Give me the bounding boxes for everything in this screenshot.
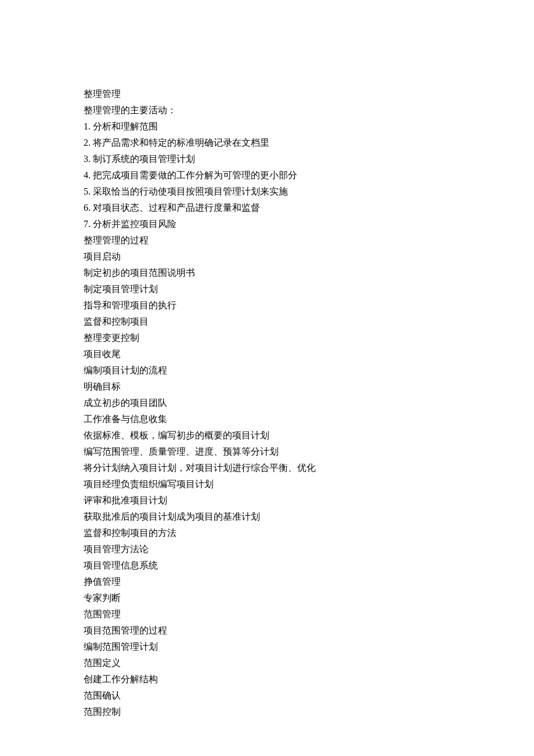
- text-line: 挣值管理: [84, 574, 455, 590]
- text-line: 项目经理负责组织编写项目计划: [84, 476, 455, 492]
- text-line: 项目管理信息系统: [84, 557, 455, 574]
- text-line: 编写范围管理、质量管理、进度、预算等分计划: [84, 444, 455, 460]
- text-line: 明确目标: [84, 379, 455, 395]
- text-line: 编制项目计划的流程: [84, 362, 455, 379]
- text-line: 5. 采取恰当的行动使项目按照项目管理计划来实施: [84, 183, 455, 200]
- text-line: 工作准备与信息收集: [84, 411, 455, 427]
- text-line: 获取批准后的项目计划成为项目的基准计划: [84, 509, 455, 525]
- text-line: 整理管理的主要活动：: [84, 102, 455, 118]
- text-line: 指导和管理项目的执行: [84, 297, 455, 314]
- text-line: 4. 把完成项目需要做的工作分解为可管理的更小部分: [84, 167, 455, 183]
- text-line: 2. 将产品需求和特定的标准明确记录在文档里: [84, 135, 455, 151]
- document-body: 整理管理 整理管理的主要活动： 1. 分析和理解范围 2. 将产品需求和特定的标…: [84, 86, 455, 720]
- text-line: 范围确认: [84, 687, 455, 704]
- text-line: 整理管理的过程: [84, 232, 455, 249]
- text-line: 成立初步的项目团队: [84, 395, 455, 411]
- text-line: 编制范围管理计划: [84, 639, 455, 655]
- text-line: 将分计划纳入项目计划，对项目计划进行综合平衡、优化: [84, 460, 455, 476]
- text-line: 6. 对项目状态、过程和产品进行度量和监督: [84, 200, 455, 216]
- text-line: 项目范围管理的过程: [84, 622, 455, 639]
- text-line: 监督和控制项目的方法: [84, 525, 455, 541]
- text-line: 监督和控制项目: [84, 314, 455, 330]
- text-line: 评审和批准项目计划: [84, 492, 455, 509]
- text-line: 制定初步的项目范围说明书: [84, 265, 455, 281]
- text-line: 项目收尾: [84, 346, 455, 362]
- text-line: 1. 分析和理解范围: [84, 118, 455, 135]
- text-line: 专家判断: [84, 590, 455, 606]
- text-line: 创建工作分解结构: [84, 671, 455, 687]
- text-line: 范围管理: [84, 606, 455, 622]
- text-line: 7. 分析并监控项目风险: [84, 216, 455, 232]
- text-line: 整理管理: [84, 86, 455, 102]
- text-line: 依据标准、模板，编写初步的概要的项目计划: [84, 427, 455, 444]
- text-line: 整理变更控制: [84, 330, 455, 346]
- text-line: 范围控制: [84, 704, 455, 720]
- text-line: 项目管理方法论: [84, 541, 455, 557]
- text-line: 范围定义: [84, 655, 455, 671]
- text-line: 制定项目管理计划: [84, 281, 455, 297]
- text-line: 3. 制订系统的项目管理计划: [84, 151, 455, 167]
- text-line: 项目启动: [84, 249, 455, 265]
